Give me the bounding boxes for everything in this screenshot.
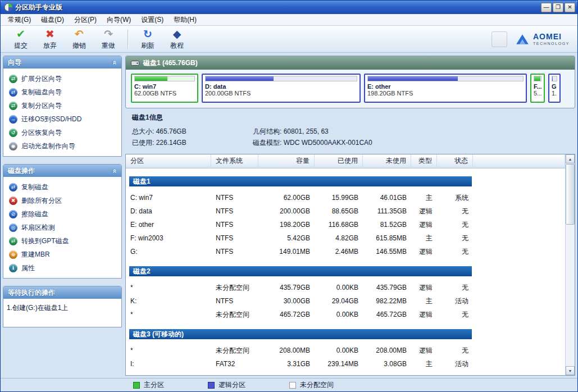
maximize-button[interactable]: ❐ bbox=[553, 3, 563, 12]
disk-op-item-1[interactable]: ✖删除所有分区 bbox=[6, 194, 119, 207]
wizard-item-label: 复制磁盘向导 bbox=[21, 88, 62, 97]
table-cell: 146.55MB bbox=[363, 245, 411, 258]
table-row[interactable]: *未分配空间435.79GB0.00KB435.79GB逻辑无 bbox=[126, 281, 565, 294]
table-cell: C: win7 bbox=[126, 191, 211, 204]
disk-operations-list: ⇄复制磁盘✖删除所有分区⊘擦除磁盘◎坏扇区检测⇄转换到GPT磁盘⊕重建MBRℹ属… bbox=[3, 177, 121, 278]
table-cell: G: bbox=[126, 245, 211, 258]
column-header-0[interactable]: 分区 bbox=[126, 154, 211, 168]
table-row[interactable]: C: win7NTFS62.00GB15.99GB46.01GB主系统 bbox=[126, 191, 565, 204]
scroll-down-button[interactable]: ▼ bbox=[566, 366, 575, 375]
disk-group-row[interactable]: 磁盘1 bbox=[129, 176, 565, 186]
table-cell: * bbox=[126, 308, 211, 321]
table-cell: 活动 bbox=[437, 294, 473, 308]
wizard-item-1[interactable]: ⇄复制磁盘向导 bbox=[6, 85, 119, 99]
redo-arrow-icon: ↷ bbox=[104, 28, 113, 40]
menu-item-4[interactable]: 设置(S) bbox=[136, 14, 169, 26]
refresh-button[interactable]: ↻刷新 bbox=[133, 28, 162, 51]
column-header-1[interactable]: 文件系统 bbox=[211, 154, 258, 168]
vertical-scrollbar[interactable]: ▲ ▼ bbox=[565, 154, 575, 375]
table-cell: 5.42GB bbox=[258, 231, 315, 245]
menu-item-3[interactable]: 向导(W) bbox=[102, 14, 136, 26]
disk-group-row[interactable]: 磁盘2 bbox=[129, 266, 565, 276]
partition-block-0[interactable]: C: win762.00GB NTFS bbox=[131, 74, 198, 103]
legend-label: 未分配空间 bbox=[300, 380, 334, 390]
disk-op-item-2[interactable]: ⊘擦除磁盘 bbox=[6, 207, 119, 221]
minimize-button[interactable]: — bbox=[541, 3, 552, 12]
partition-block-2[interactable]: E: other198.20GB NTFS bbox=[364, 74, 527, 103]
disk-op-item-label: 删除所有分区 bbox=[21, 196, 62, 206]
menu-item-1[interactable]: 磁盘(D) bbox=[36, 14, 69, 26]
wizard-item-4[interactable]: ↺分区恢复向导 bbox=[6, 126, 119, 139]
brand-logo: AOMEI TECHNOLOGY bbox=[515, 33, 570, 45]
table-header-row: 分区文件系统容量已使用未使用类型状态 bbox=[126, 154, 565, 168]
table-cell: NTFS bbox=[211, 245, 258, 258]
table-row[interactable]: K:NTFS30.00GB29.04GB982.22MB主活动 bbox=[126, 294, 565, 308]
table-cell-filler bbox=[473, 245, 565, 258]
table-cell: 3.08GB bbox=[363, 357, 411, 371]
close-button[interactable]: ✕ bbox=[565, 3, 575, 12]
disk-op-item-6[interactable]: ℹ属性 bbox=[6, 261, 119, 275]
disk-op-item-label: 转换到GPT磁盘 bbox=[21, 236, 69, 246]
table-row[interactable]: E: otherNTFS198.20GB116.68GB81.52GB逻辑无 bbox=[126, 218, 565, 231]
disk-operations-panel-header[interactable]: 磁盘操作 « bbox=[3, 165, 121, 177]
disk-model: 磁盘模型: WDC WD5000AAKX-001CA0 bbox=[253, 138, 372, 149]
menu-item-0[interactable]: 常规(G) bbox=[3, 14, 36, 26]
column-header-3[interactable]: 已使用 bbox=[315, 154, 363, 168]
partition-block-4[interactable]: G1... bbox=[548, 74, 561, 103]
table-cell: 未分配空间 bbox=[211, 308, 258, 321]
pending-operations-panel-header[interactable]: 等待执行的操作 bbox=[3, 286, 121, 299]
partition-block-3[interactable]: F...5... bbox=[530, 74, 545, 103]
undo-button[interactable]: ↶撤销 bbox=[65, 28, 94, 51]
column-header-4[interactable]: 未使用 bbox=[363, 154, 411, 168]
disk-group-header: 磁盘1 bbox=[129, 176, 472, 186]
disk-op-item-4[interactable]: ⇄转换到GPT磁盘 bbox=[6, 234, 119, 248]
table-row[interactable]: F: win2003NTFS5.42GB4.82GB615.85MB主无 bbox=[126, 231, 565, 245]
wizard-item-5[interactable]: ◉启动光盘制作向导 bbox=[6, 139, 119, 153]
redo-button[interactable]: ↷重做 bbox=[94, 28, 123, 51]
collapse-chevron-icon[interactable]: « bbox=[111, 60, 119, 64]
table-row[interactable]: *未分配空间465.72GB0.00KB465.72GB逻辑无 bbox=[126, 308, 565, 321]
wizard-item-2[interactable]: ⇄复制分区向导 bbox=[6, 99, 119, 112]
aomei-mountain-icon bbox=[515, 33, 530, 45]
wizard-panel-title: 向导 bbox=[8, 58, 21, 67]
commit-button[interactable]: ✔提交 bbox=[6, 28, 35, 51]
collapse-chevron-icon[interactable]: « bbox=[111, 168, 119, 172]
copy-disk-icon: ⇄ bbox=[9, 183, 17, 192]
wizard-panel-header[interactable]: 向导 « bbox=[3, 56, 121, 69]
scroll-up-button[interactable]: ▲ bbox=[566, 154, 575, 163]
table-row[interactable]: G:NTFS149.01MB2.46MB146.55MB逻辑无 bbox=[126, 245, 565, 258]
wizard-item-3[interactable]: →迁移OS到SSD/HDD bbox=[6, 112, 119, 126]
commit-label: 提交 bbox=[14, 41, 28, 51]
table-cell: 3.31GB bbox=[258, 357, 315, 371]
table-cell: 主 bbox=[411, 294, 437, 308]
tutorial-button[interactable]: ◆教程 bbox=[162, 28, 192, 51]
table-body: 磁盘1C: win7NTFS62.00GB15.99GB46.01GB主系统D:… bbox=[126, 168, 565, 375]
menu-item-2[interactable]: 分区(P) bbox=[69, 14, 102, 26]
table-row[interactable]: I:FAT323.31GB239.14MB3.08GB主活动 bbox=[126, 357, 565, 371]
scrollbar-thumb[interactable] bbox=[566, 164, 575, 225]
partition-size-label: 200.00GB NTFS bbox=[205, 90, 357, 97]
table-row[interactable]: *未分配空间208.00MB0.00KB208.00MB逻辑无 bbox=[126, 344, 565, 357]
menu-item-5[interactable]: 帮助(H) bbox=[169, 14, 202, 26]
table-row[interactable]: D: dataNTFS200.00GB88.65GB111.35GB逻辑无 bbox=[126, 204, 565, 218]
partition-label: G bbox=[552, 83, 557, 90]
table-cell: 逻辑 bbox=[411, 308, 437, 321]
table-cell: F: win2003 bbox=[126, 231, 211, 245]
partition-block-1[interactable]: D: data200.00GB NTFS bbox=[202, 74, 361, 103]
usage-fill bbox=[135, 76, 167, 81]
usage-strip bbox=[534, 76, 541, 81]
wizard-item-0[interactable]: ⇄扩展分区向导 bbox=[6, 72, 119, 85]
column-header-5[interactable]: 类型 bbox=[411, 154, 437, 168]
disk-op-item-3[interactable]: ◎坏扇区检测 bbox=[6, 221, 119, 234]
partition-size-label: 5... bbox=[534, 90, 541, 97]
disk-op-item-0[interactable]: ⇄复制磁盘 bbox=[6, 180, 119, 194]
discard-button[interactable]: ✖放弃 bbox=[35, 28, 65, 51]
disk-op-item-5[interactable]: ⊕重建MBR bbox=[6, 248, 119, 261]
disk-group-row[interactable]: 磁盘3 (可移动的) bbox=[129, 329, 565, 339]
discard-x-icon: ✖ bbox=[45, 28, 54, 40]
table-cell: E: other bbox=[126, 218, 211, 231]
content-area: 向导 « ⇄扩展分区向导⇄复制磁盘向导⇄复制分区向导→迁移OS到SSD/HDD↺… bbox=[1, 53, 577, 378]
column-header-6[interactable]: 状态 bbox=[437, 154, 473, 168]
table-cell-filler bbox=[473, 308, 565, 321]
column-header-2[interactable]: 容量 bbox=[258, 154, 315, 168]
